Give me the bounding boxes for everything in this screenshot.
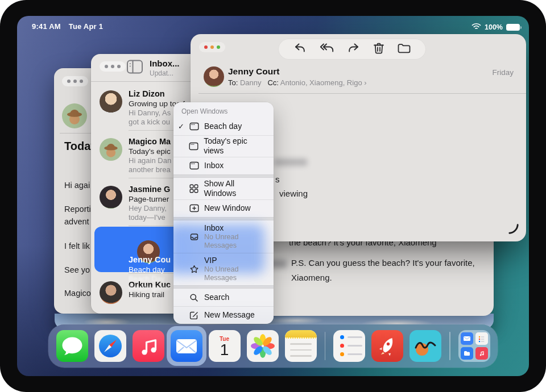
avatar-orkun bbox=[100, 281, 122, 304]
menu-section-header: Open Windows bbox=[173, 102, 274, 118]
avatar-jasmine bbox=[100, 186, 122, 208]
body-line: See yo bbox=[64, 265, 90, 274]
body-line: Xiaomeng. bbox=[291, 273, 332, 282]
dock-app-scribble[interactable] bbox=[410, 330, 441, 362]
screen-wallpaper: 9:41 AM Tue Apr 1 100% bbox=[17, 16, 529, 376]
menu-item-vip-mailbox[interactable]: VIP No Unread Messages bbox=[173, 253, 274, 285]
menu-item-search[interactable]: Search bbox=[173, 289, 274, 306]
avatar-liz bbox=[100, 90, 122, 113]
body-fragment: s bbox=[275, 174, 280, 184]
menu-item-inbox-mailbox[interactable]: Inbox No Unread Messages bbox=[173, 220, 274, 253]
dock-app-safari[interactable] bbox=[94, 330, 126, 362]
dock-app-music[interactable] bbox=[133, 330, 164, 362]
status-date: Tue Apr 1 bbox=[69, 22, 103, 31]
menu-item-label: Beach day bbox=[204, 122, 242, 131]
photos-icon bbox=[247, 330, 279, 362]
folder-icon[interactable] bbox=[397, 42, 411, 57]
safari-icon bbox=[94, 330, 126, 362]
compose-icon bbox=[188, 311, 200, 320]
open-windows-context-menu: Open Windows ✓ Beach day bbox=[173, 102, 274, 324]
avatar-jenny[interactable] bbox=[204, 66, 224, 87]
menu-item-label: New Window bbox=[204, 203, 251, 213]
mini-reminders-icon bbox=[475, 332, 488, 345]
search-icon bbox=[188, 293, 200, 302]
notes-icon bbox=[285, 330, 317, 362]
dock-app-calendar[interactable]: Tue 1 bbox=[209, 330, 241, 362]
mini-mail-icon bbox=[461, 332, 473, 345]
dock-app-messages[interactable] bbox=[56, 330, 88, 362]
dock-app-rocket[interactable] bbox=[371, 330, 403, 362]
body-line: Hi agai bbox=[64, 181, 90, 190]
resize-handle-icon[interactable] bbox=[507, 222, 520, 238]
plus-window-icon bbox=[188, 204, 200, 212]
menu-item-new-message[interactable]: New Message bbox=[173, 306, 274, 324]
sender-name: Jenny Court bbox=[228, 66, 279, 77]
forward-icon[interactable] bbox=[346, 41, 361, 57]
mini-files-icon bbox=[461, 347, 473, 360]
menu-item-label: Today's epic views bbox=[204, 136, 268, 156]
dock-app-reminders[interactable] bbox=[333, 330, 365, 362]
menu-item-subtitle: No Unread Messages bbox=[204, 233, 264, 250]
window-controls-icon[interactable] bbox=[62, 76, 88, 86]
body-fragment: viewing bbox=[279, 189, 308, 198]
to-label: To: bbox=[228, 78, 238, 87]
dock-app-library[interactable] bbox=[458, 330, 490, 362]
inbox-tray-icon bbox=[188, 232, 200, 241]
menu-item-label: Inbox bbox=[204, 223, 264, 233]
reply-icon[interactable] bbox=[293, 41, 307, 57]
status-bar-right: 100% bbox=[471, 23, 520, 32]
star-icon bbox=[188, 265, 200, 274]
body-line: Reporti bbox=[64, 205, 91, 214]
menu-item-label: Inbox bbox=[204, 161, 224, 170]
mail-toolbar bbox=[279, 39, 425, 59]
status-time: 9:41 AM bbox=[32, 22, 61, 31]
menu-item-beach-day[interactable]: ✓ Beach day bbox=[173, 118, 274, 135]
grid-icon bbox=[188, 184, 200, 193]
divider bbox=[198, 93, 526, 94]
menu-item-label: Show All Windows bbox=[204, 179, 268, 198]
cc-value: Antonio, Xiaomeng, Rigo bbox=[280, 78, 362, 87]
dock-divider bbox=[449, 332, 450, 360]
menu-item-subtitle: No Unread Messages bbox=[204, 265, 264, 282]
dock: Tue 1 bbox=[48, 324, 498, 368]
dock-app-mail[interactable] bbox=[171, 330, 202, 362]
menu-item-label: New Message bbox=[204, 310, 255, 320]
dock-divider bbox=[325, 332, 326, 360]
mini-music-icon bbox=[475, 347, 488, 360]
battery-percent: 100% bbox=[485, 23, 503, 31]
scribble-icon bbox=[410, 330, 441, 362]
avatar-magico bbox=[100, 138, 122, 161]
calendar-icon: Tue 1 bbox=[209, 330, 241, 362]
recipients-line[interactable]: To: Danny Cc: Antonio, Xiaomeng, Rigo › bbox=[228, 78, 367, 87]
window-icon bbox=[188, 122, 200, 131]
wifi-icon bbox=[471, 23, 481, 32]
window-icon bbox=[188, 142, 200, 151]
body-line: I felt lik bbox=[64, 241, 90, 251]
reply-all-icon[interactable] bbox=[319, 41, 334, 57]
menu-item-show-all-windows[interactable]: Show All Windows bbox=[173, 178, 274, 199]
dock-app-notes[interactable] bbox=[285, 330, 317, 362]
chevron-right-icon[interactable]: › bbox=[364, 78, 366, 87]
rocket-icon bbox=[371, 330, 403, 362]
avatar-magico bbox=[62, 103, 87, 128]
checkmark-icon: ✓ bbox=[178, 122, 188, 131]
mailbox-status: Updat... bbox=[150, 69, 173, 77]
body-line: P.S. Can you guess the beach? It's your … bbox=[291, 258, 475, 268]
mailbox-title: Inbox... bbox=[150, 59, 180, 68]
mail-icon bbox=[171, 330, 202, 362]
music-icon bbox=[133, 330, 164, 362]
window-controls-icon[interactable] bbox=[100, 61, 126, 72]
dock-app-photos[interactable] bbox=[247, 330, 279, 362]
to-value: Danny bbox=[240, 78, 262, 87]
battery-icon bbox=[506, 24, 520, 31]
reminders-icon bbox=[333, 330, 365, 362]
window-controls-icon[interactable] bbox=[199, 42, 225, 52]
menu-item-inbox-window[interactable]: Inbox bbox=[173, 157, 274, 174]
menu-item-new-window[interactable]: New Window bbox=[173, 199, 274, 217]
ipad-device-frame: 9:41 AM Tue Apr 1 100% bbox=[0, 0, 546, 392]
menu-item-todays-epic-views[interactable]: Today's epic views bbox=[173, 135, 274, 157]
calendar-day: 1 bbox=[220, 342, 229, 358]
sidebar-toggle-icon[interactable] bbox=[126, 59, 143, 77]
trash-icon[interactable] bbox=[373, 41, 385, 57]
window-icon bbox=[188, 161, 200, 170]
